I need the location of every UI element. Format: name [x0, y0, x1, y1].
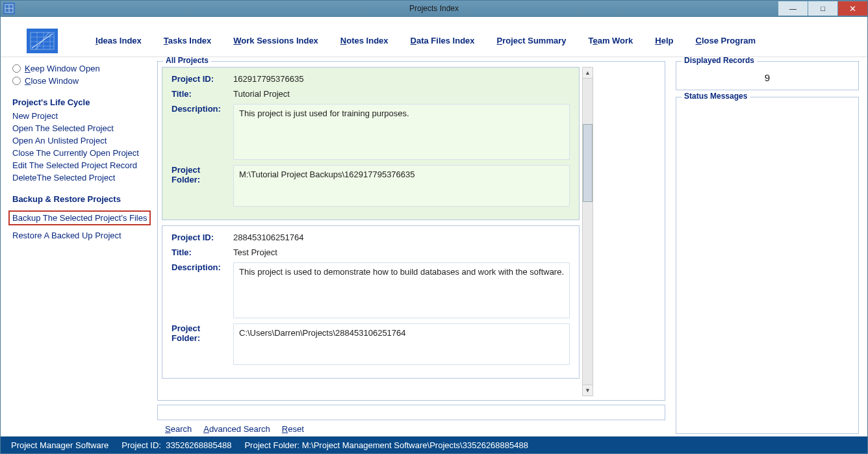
- right-column: Displayed Records 9 Status Messages: [670, 61, 859, 434]
- menu-close-program[interactable]: Close Program: [696, 36, 756, 45]
- value-project-folder: C:\Users\Darren\Projects\288453106251764: [233, 323, 570, 365]
- label-title: Title:: [172, 89, 233, 99]
- value-title: Tutorial Project: [233, 89, 290, 99]
- sidebar-section-backup: Backup & Restore Projects: [12, 194, 152, 204]
- client-area: Ideas Index Tasks Index Work Sessions In…: [0, 17, 868, 454]
- value-description: This project is just used for training p…: [233, 104, 570, 160]
- scroll-track[interactable]: [583, 79, 593, 385]
- displayed-records-count: 9: [683, 72, 852, 83]
- status-app-name: Project Manager Software: [11, 440, 108, 450]
- value-project-id: 162917795376635: [233, 74, 303, 84]
- value-description: This project is used to demonstrate how …: [233, 262, 570, 318]
- menu-project-summary[interactable]: Project Summary: [497, 36, 567, 45]
- sidebar-section-lifecycle: Project's Life Cycle: [12, 97, 152, 107]
- status-messages-panel: Status Messages: [676, 97, 859, 434]
- sidebar-restore-backup[interactable]: Restore A Backed Up Project: [12, 231, 152, 240]
- displayed-records-legend: Displayed Records: [682, 57, 757, 65]
- scroll-up-icon[interactable]: ▲: [583, 68, 593, 79]
- value-title: Test Project: [233, 247, 277, 257]
- project-list: Project ID: 162917795376635 Title: Tutor…: [162, 67, 582, 396]
- label-project-id: Project ID:: [172, 74, 233, 84]
- search-area: Search Advanced Search Reset: [157, 405, 665, 434]
- sidebar: Keep Window Open Close Window Project's …: [12, 61, 152, 434]
- menu-help[interactable]: Help: [655, 36, 673, 45]
- sidebar-close-current[interactable]: Close The Currently Open Project: [12, 148, 152, 158]
- sidebar-open-selected[interactable]: Open The Selected Project: [12, 123, 152, 133]
- svg-line-11: [36, 32, 49, 49]
- sidebar-edit-selected[interactable]: Edit The Selected Project Record: [12, 160, 152, 170]
- main-pane: Keep Window Open Close Window Project's …: [1, 57, 867, 436]
- label-project-id: Project ID:: [172, 233, 233, 242]
- value-project-id: 288453106251764: [233, 233, 303, 242]
- menu-team-work[interactable]: Team Work: [588, 36, 633, 45]
- label-project-folder: ProjectFolder:: [172, 323, 233, 365]
- reset-link[interactable]: Reset: [282, 424, 304, 434]
- label-title: Title:: [172, 247, 233, 257]
- sidebar-backup-selected[interactable]: Backup The Selected Project's Files: [8, 210, 151, 225]
- all-projects-legend: All Projects: [163, 57, 211, 65]
- scroll-down-icon[interactable]: ▼: [583, 385, 593, 396]
- label-project-folder: ProjectFolder:: [172, 165, 233, 207]
- project-card[interactable]: Project ID: 288453106251764 Title: Test …: [162, 225, 580, 379]
- status-project-id: Project ID: 33526268885488: [121, 440, 231, 450]
- toolbar: Ideas Index Tasks Index Work Sessions In…: [1, 25, 867, 57]
- sidebar-open-unlisted[interactable]: Open An Unlisted Project: [12, 136, 152, 145]
- project-logo-icon: [27, 29, 58, 53]
- value-project-folder: M:\Tutorial Project Backups\162917795376…: [233, 165, 570, 207]
- label-description: Description:: [172, 104, 233, 160]
- window-title: Projects Index: [1, 4, 867, 13]
- radio-close-window[interactable]: Close Window: [12, 76, 152, 86]
- project-list-scrollbar[interactable]: ▲ ▼: [582, 67, 593, 396]
- status-messages-legend: Status Messages: [682, 92, 750, 101]
- center-column: All Projects Project ID: 162917795376635: [157, 61, 665, 434]
- menu-ideas-index[interactable]: Ideas Index: [96, 36, 142, 45]
- search-link[interactable]: Search: [165, 424, 192, 434]
- menu-notes-index[interactable]: Notes Index: [340, 36, 389, 45]
- search-input[interactable]: [157, 405, 665, 420]
- main-menu: Ideas Index Tasks Index Work Sessions In…: [96, 36, 756, 45]
- sidebar-new-project[interactable]: New Project: [12, 111, 152, 121]
- status-project-folder: Project Folder: M:\Project Management So…: [244, 440, 528, 450]
- sidebar-delete-selected[interactable]: DeleteThe Selected Project: [12, 173, 152, 183]
- project-card[interactable]: Project ID: 162917795376635 Title: Tutor…: [162, 67, 580, 220]
- menu-tasks-index[interactable]: Tasks Index: [164, 36, 211, 45]
- app-window: Projects Index — □ ✕ Ideas Index Tasks I…: [0, 0, 868, 454]
- menu-work-sessions-index[interactable]: Work Sessions Index: [233, 36, 318, 45]
- statusbar: Project Manager Software Project ID: 335…: [1, 436, 867, 453]
- titlebar: Projects Index — □ ✕: [0, 0, 868, 17]
- advanced-search-link[interactable]: Advanced Search: [203, 424, 270, 434]
- menu-data-files-index[interactable]: Data Files Index: [411, 36, 475, 45]
- label-description: Description:: [172, 262, 233, 318]
- all-projects-panel: All Projects Project ID: 162917795376635: [157, 61, 665, 401]
- radio-keep-window-open[interactable]: Keep Window Open: [12, 64, 152, 73]
- displayed-records-panel: Displayed Records 9: [676, 61, 859, 90]
- scroll-thumb[interactable]: [583, 124, 593, 202]
